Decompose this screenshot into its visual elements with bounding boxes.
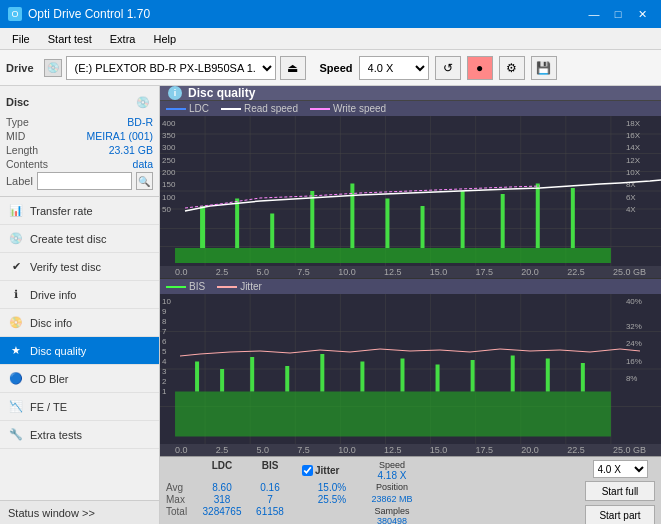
bottom-chart-svg: 10 9 8 7 6 5 4 3 2 1 40% 32% 24% [160,294,661,444]
status-window-button[interactable]: Status window >> [0,500,159,524]
disc-label-label: Label [6,175,33,187]
svg-rect-36 [235,199,239,249]
svg-rect-81 [360,362,364,392]
right-controls: 4.0 X Start full Start part [585,460,655,524]
disc-panel-icon: 💿 [133,92,153,112]
legend-ldc: LDC [166,103,209,114]
close-button[interactable]: ✕ [631,4,653,24]
svg-text:40%: 40% [626,297,642,306]
menu-extra[interactable]: Extra [102,31,144,47]
svg-rect-37 [270,214,274,249]
start-part-button[interactable]: Start part [585,505,655,524]
svg-rect-85 [511,356,515,392]
disc-length-label: Length [6,144,38,156]
legend-ldc-line [166,108,186,110]
svg-rect-79 [285,366,289,392]
svg-text:350: 350 [162,131,176,140]
drive-info-icon: ℹ [8,287,24,303]
bottom-chart-container: BIS Jitter [160,279,661,456]
speed-dropdown[interactable]: 4.0 X [359,56,429,80]
main-area: Disc 💿 Type BD-R MID MEIRA1 (001) Length… [0,86,661,524]
stats-header-ldc: LDC [198,460,246,481]
disc-contents-label: Contents [6,158,48,170]
stats-speed-dropdown[interactable]: 4.0 X [593,460,648,478]
svg-rect-43 [501,194,505,248]
disc-length-value: 23.31 GB [109,144,153,156]
svg-rect-44 [536,184,540,249]
disc-label-input[interactable] [37,172,132,190]
disc-quality-icon: ★ [8,343,24,359]
stats-max-label: Max [166,494,198,505]
legend-write-label: Write speed [333,103,386,114]
stats-header-bis: BIS [246,460,294,481]
drive-dropdown[interactable]: (E:) PLEXTOR BD-R PX-LB950SA 1.06 [66,56,276,80]
sidebar-label-extra-tests: Extra tests [30,429,82,441]
disc-panel-title: Disc [6,96,29,108]
legend-read-label: Read speed [244,103,298,114]
menu-bar: File Start test Extra Help [0,28,661,50]
menu-file[interactable]: File [4,31,38,47]
svg-text:6X: 6X [626,193,636,202]
top-legend: LDC Read speed Write speed [160,101,661,116]
sidebar-item-disc-info[interactable]: 📀 Disc info [0,309,159,337]
jitter-checkbox-label: Jitter [315,465,339,476]
stats-avg-ldc: 8.60 [198,482,246,493]
sidebar-item-drive-info[interactable]: ℹ Drive info [0,281,159,309]
svg-rect-35 [200,206,205,248]
legend-read-speed: Read speed [221,103,298,114]
disc-label-button[interactable]: 🔍 [136,172,153,190]
svg-rect-75 [175,392,611,437]
menu-help[interactable]: Help [145,31,184,47]
app-title: Opti Drive Control 1.70 [28,7,150,21]
stats-total-bis: 61158 [246,506,294,524]
disc-contents-value: data [133,158,153,170]
sidebar-item-fe-te[interactable]: 📉 FE / TE [0,393,159,421]
menu-start-test[interactable]: Start test [40,31,100,47]
samples-label: Samples [362,506,422,516]
sidebar-item-cd-bler[interactable]: 🔵 CD Bler [0,365,159,393]
sidebar-item-transfer-rate[interactable]: 📊 Transfer rate [0,197,159,225]
extra-tests-icon: 🔧 [8,427,24,443]
start-full-button[interactable]: Start full [585,481,655,501]
stats-max-ldc: 318 [198,494,246,505]
disc-panel: Disc 💿 Type BD-R MID MEIRA1 (001) Length… [0,86,159,197]
jitter-checkbox[interactable] [302,465,313,476]
drive-icon: 💿 [44,59,62,77]
disc-mid-label: MID [6,130,25,142]
status-window-label: Status window >> [8,507,95,519]
svg-rect-84 [471,360,475,392]
refresh-button[interactable]: ↺ [435,56,461,80]
svg-text:2: 2 [162,377,167,386]
sidebar-item-create-test-disc[interactable]: 💿 Create test disc [0,225,159,253]
speed-info-label: Speed [379,460,405,470]
minimize-button[interactable]: — [583,4,605,24]
sidebar-label-drive-info: Drive info [30,289,76,301]
svg-rect-34 [175,248,611,263]
settings-button[interactable]: ⚙ [499,56,525,80]
svg-text:24%: 24% [626,339,642,348]
svg-rect-78 [250,357,254,392]
burn-button[interactable]: ● [467,56,493,80]
svg-rect-41 [421,206,425,248]
eject-button[interactable]: ⏏ [280,56,306,80]
sidebar-item-extra-tests[interactable]: 🔧 Extra tests [0,421,159,449]
sidebar-label-cd-bler: CD Bler [30,373,69,385]
save-button[interactable]: 💾 [531,56,557,80]
chart-title: Disc quality [188,86,255,100]
svg-rect-38 [310,191,314,248]
svg-text:14X: 14X [626,143,641,152]
sidebar-item-disc-quality[interactable]: ★ Disc quality [0,337,159,365]
bottom-chart-x-labels: 0.0 2.5 5.0 7.5 10.0 12.5 15.0 17.5 20.0… [160,444,661,456]
disc-type-value: BD-R [127,116,153,128]
svg-text:1: 1 [162,387,167,396]
drive-select-area: 💿 (E:) PLEXTOR BD-R PX-LB950SA 1.06 ⏏ [44,56,306,80]
top-chart-container: LDC Read speed Write speed [160,101,661,279]
legend-write-line [310,108,330,110]
svg-rect-77 [220,369,224,392]
stats-bar: LDC BIS Jitter Speed 4.18 X Avg 8.60 [160,456,661,524]
svg-text:200: 200 [162,168,176,177]
svg-text:4X: 4X [626,205,636,214]
sidebar-item-verify-test-disc[interactable]: ✔ Verify test disc [0,253,159,281]
maximize-button[interactable]: □ [607,4,629,24]
svg-text:9: 9 [162,307,167,316]
